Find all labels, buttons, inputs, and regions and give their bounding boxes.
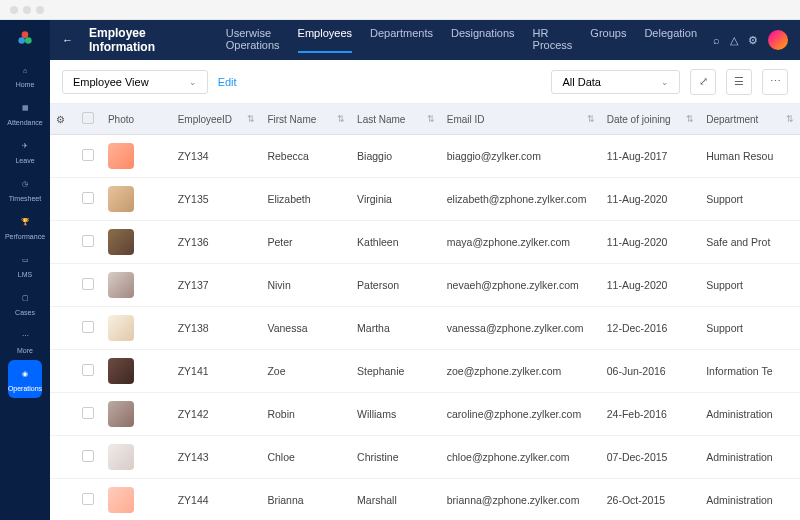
select-all-checkbox[interactable] [82, 112, 94, 124]
tab-departments[interactable]: Departments [370, 27, 433, 53]
row-checkbox[interactable] [82, 278, 94, 290]
page-title: Employee Information [89, 26, 198, 54]
row-checkbox[interactable] [82, 149, 94, 161]
cell-lastname: Stephanie [351, 350, 441, 393]
cell-email: vanessa@zphone.zylker.com [441, 307, 601, 350]
filter-dropdown[interactable]: All Data ⌄ [551, 70, 680, 94]
column-header-employeeid[interactable]: EmployeeID⇅ [172, 104, 262, 135]
sidebar-item-performance[interactable]: 🏆Performance [4, 208, 46, 246]
sidebar-item-cases[interactable]: ▢Cases [4, 284, 46, 322]
row-checkbox[interactable] [82, 364, 94, 376]
table-row[interactable]: ZY138VanessaMarthavanessa@zphone.zylker.… [50, 307, 800, 350]
topbar-tabs: Userwise OperationsEmployeesDepartmentsD… [226, 27, 697, 53]
tab-groups[interactable]: Groups [590, 27, 626, 53]
svg-point-1 [18, 37, 25, 44]
cell-department: Administration [700, 436, 800, 479]
search-icon[interactable]: ⌕ [713, 34, 720, 46]
column-settings-icon[interactable]: ⚙ [56, 114, 65, 125]
cell-employeeid: ZY136 [172, 221, 262, 264]
chevron-down-icon: ⌄ [661, 77, 669, 87]
employee-photo [108, 444, 134, 470]
view-dropdown[interactable]: Employee View ⌄ [62, 70, 208, 94]
tab-delegation[interactable]: Delegation [644, 27, 697, 53]
cell-date: 06-Jun-2016 [601, 350, 700, 393]
column-header-email-id[interactable]: Email ID⇅ [441, 104, 601, 135]
cell-employeeid: ZY135 [172, 178, 262, 221]
cell-date: 12-Dec-2016 [601, 307, 700, 350]
column-header-photo[interactable]: Photo [102, 104, 172, 135]
cell-email: maya@zphone.zylker.com [441, 221, 601, 264]
cell-firstname: Chloe [261, 436, 351, 479]
traffic-dot [10, 6, 18, 14]
cell-lastname: Christine [351, 436, 441, 479]
filter-icon[interactable]: ☰ [726, 69, 752, 95]
row-checkbox[interactable] [82, 321, 94, 333]
cell-employeeid: ZY138 [172, 307, 262, 350]
gear-icon[interactable]: ⚙ [748, 34, 758, 47]
table-row[interactable]: ZY137NivinPatersonnevaeh@zphone.zylker.c… [50, 264, 800, 307]
sidebar: ⌂Home▦Attendance✈Leave◷Timesheet🏆Perform… [0, 20, 50, 520]
column-header-last-name[interactable]: Last Name⇅ [351, 104, 441, 135]
cell-lastname: Marshall [351, 479, 441, 521]
cell-date: 11-Aug-2020 [601, 264, 700, 307]
table-row[interactable]: ZY136PeterKathleenmaya@zphone.zylker.com… [50, 221, 800, 264]
employee-photo [108, 487, 134, 513]
tab-userwise-operations[interactable]: Userwise Operations [226, 27, 280, 53]
cell-lastname: Paterson [351, 264, 441, 307]
sidebar-item-more[interactable]: ⋯More [4, 322, 46, 360]
sidebar-item-operations[interactable]: ◉Operations [8, 360, 42, 398]
sidebar-item-timesheet[interactable]: ◷Timesheet [4, 170, 46, 208]
row-checkbox[interactable] [82, 235, 94, 247]
cell-employeeid: ZY134 [172, 135, 262, 178]
cell-firstname: Robin [261, 393, 351, 436]
row-checkbox[interactable] [82, 493, 94, 505]
row-checkbox[interactable] [82, 192, 94, 204]
cell-department: Human Resou [700, 135, 800, 178]
cell-employeeid: ZY137 [172, 264, 262, 307]
cell-date: 11-Aug-2020 [601, 221, 700, 264]
table-row[interactable]: ZY141ZoeStephaniezoe@zphone.zylker.com06… [50, 350, 800, 393]
cell-date: 26-Oct-2015 [601, 479, 700, 521]
bell-icon[interactable]: △ [730, 34, 738, 47]
app-logo [15, 28, 35, 48]
table-row[interactable]: ZY134RebeccaBiaggiobiaggio@zylker.com11-… [50, 135, 800, 178]
svg-point-2 [25, 37, 32, 44]
tab-designations[interactable]: Designations [451, 27, 515, 53]
sidebar-item-leave[interactable]: ✈Leave [4, 132, 46, 170]
cal-icon: ▦ [17, 100, 33, 116]
cell-department: Information Te [700, 350, 800, 393]
edit-link[interactable]: Edit [218, 76, 237, 88]
column-header-department[interactable]: Department⇅ [700, 104, 800, 135]
cell-email: brianna@zphone.zylker.com [441, 479, 601, 521]
cell-firstname: Elizabeth [261, 178, 351, 221]
column-header-date-of-joining[interactable]: Date of joining⇅ [601, 104, 700, 135]
sort-icon: ⇅ [587, 114, 595, 124]
column-header-first-name[interactable]: First Name⇅ [261, 104, 351, 135]
table-row[interactable]: ZY143ChloeChristinechloe@zphone.zylker.c… [50, 436, 800, 479]
cell-employeeid: ZY144 [172, 479, 262, 521]
sidebar-item-attendance[interactable]: ▦Attendance [4, 94, 46, 132]
row-checkbox[interactable] [82, 450, 94, 462]
sidebar-item-lms[interactable]: ▭LMS [4, 246, 46, 284]
book-icon: ▭ [17, 252, 33, 268]
tab-employees[interactable]: Employees [298, 27, 352, 53]
clock-icon: ◷ [17, 176, 33, 192]
user-avatar[interactable] [768, 30, 788, 50]
expand-icon[interactable]: ⤢ [690, 69, 716, 95]
trophy-icon: 🏆 [17, 214, 33, 230]
table-row[interactable]: ZY144BriannaMarshallbrianna@zphone.zylke… [50, 479, 800, 521]
row-checkbox[interactable] [82, 407, 94, 419]
sidebar-item-label: Timesheet [9, 195, 41, 202]
employee-table: ⚙PhotoEmployeeID⇅First Name⇅Last Name⇅Em… [50, 104, 800, 520]
tab-hr-process[interactable]: HR Process [533, 27, 573, 53]
more-icon[interactable]: ⋯ [762, 69, 788, 95]
table-row[interactable]: ZY135ElizabethVirginiaelizabeth@zphone.z… [50, 178, 800, 221]
sidebar-item-home[interactable]: ⌂Home [4, 56, 46, 94]
cell-firstname: Peter [261, 221, 351, 264]
cell-firstname: Nivin [261, 264, 351, 307]
table-row[interactable]: ZY142RobinWilliamscaroline@zphone.zylker… [50, 393, 800, 436]
sidebar-item-label: Attendance [7, 119, 42, 126]
back-icon[interactable]: ← [62, 34, 73, 46]
cell-lastname: Martha [351, 307, 441, 350]
cell-date: 24-Feb-2016 [601, 393, 700, 436]
